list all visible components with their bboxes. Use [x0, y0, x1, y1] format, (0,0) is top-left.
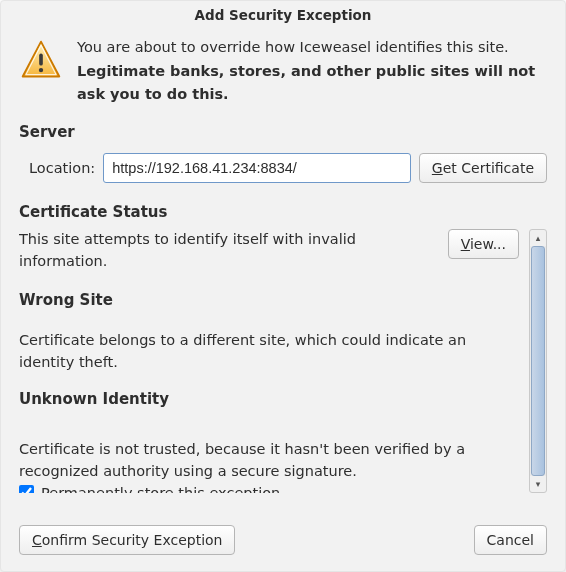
svg-rect-0	[39, 54, 43, 66]
confirm-security-exception-button[interactable]: Confirm Security Exception	[19, 525, 235, 555]
unknown-identity-heading: Unknown Identity	[19, 390, 519, 408]
certificate-status-heading: Certificate Status	[19, 203, 547, 221]
scroll-down-icon[interactable]: ▾	[530, 476, 546, 492]
cancel-button[interactable]: Cancel	[474, 525, 547, 555]
wrong-site-text: Certificate belongs to a different site,…	[19, 329, 519, 374]
dialog-title: Add Security Exception	[1, 1, 565, 32]
dialog-content: You are about to override how Iceweasel …	[1, 32, 565, 509]
get-certificate-button[interactable]: Get Certificate	[419, 153, 547, 183]
status-scrollbar[interactable]: ▴ ▾	[529, 229, 547, 493]
unknown-identity-text: Certificate is not trusted, because it h…	[19, 438, 519, 483]
status-scroll-content: This site attempts to identify itself wi…	[19, 229, 525, 493]
scroll-up-icon[interactable]: ▴	[530, 230, 546, 246]
security-exception-dialog: Add Security Exception	[0, 0, 566, 572]
location-input[interactable]	[103, 153, 411, 183]
dialog-button-row: Confirm Security Exception Cancel	[1, 509, 565, 571]
scroll-track[interactable]	[530, 246, 546, 476]
permanent-store-checkbox[interactable]	[19, 485, 34, 493]
server-heading: Server	[19, 123, 547, 141]
view-certificate-button[interactable]: View...	[448, 229, 519, 259]
status-intro-text: This site attempts to identify itself wi…	[19, 229, 432, 273]
svg-point-1	[39, 68, 43, 72]
wrong-site-heading: Wrong Site	[19, 291, 519, 309]
warning-icon	[19, 38, 63, 82]
permanent-store-label[interactable]: Permanently store this exception	[41, 485, 280, 494]
status-intro-row: This site attempts to identify itself wi…	[19, 229, 519, 273]
server-row: Location: Get Certificate	[29, 153, 547, 183]
warning-row: You are about to override how Iceweasel …	[19, 36, 547, 105]
location-label: Location:	[29, 160, 95, 176]
warning-line2: Legitimate banks, stores, and other publ…	[77, 60, 547, 105]
scroll-thumb[interactable]	[531, 246, 545, 476]
warning-text: You are about to override how Iceweasel …	[77, 36, 547, 105]
warning-line1: You are about to override how Iceweasel …	[77, 36, 547, 58]
permanent-store-row: Permanently store this exception	[19, 485, 519, 494]
status-area: This site attempts to identify itself wi…	[19, 229, 547, 493]
